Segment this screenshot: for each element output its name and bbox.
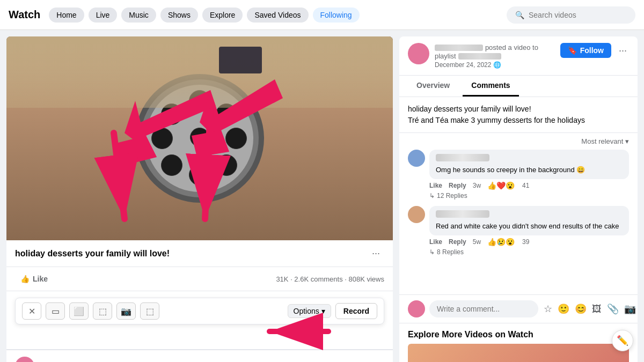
comment-input[interactable] [429,300,538,317]
toolbar-record-selection-button[interactable]: ⬚ [140,302,159,320]
post-header-info: posted a video to playlist December 24, … [435,43,555,69]
record-arrow [6,329,393,345]
nav-shows[interactable]: Shows [160,8,198,23]
nav-saved-videos[interactable]: Saved Videos [247,8,308,23]
search-input[interactable] [529,11,627,19]
tab-overview[interactable]: Overview [408,76,458,97]
video-container: ▶ 0:16 / 16:24 ⚙ CC ⛶ ⧉ 🔊 [6,36,393,240]
post-section: Follow ··· [6,350,393,362]
comment-1-count: 41 [522,182,529,189]
post-avatar [15,357,34,362]
tab-comments[interactable]: Comments [463,76,518,97]
camera-icon: 📷 [121,306,131,316]
video-placeholder [6,36,393,240]
star-icon-button[interactable]: ☆ [543,302,553,316]
post-header: posted a video to playlist December 24, … [399,36,638,76]
post-date: December 24, 2022 🌐 [435,61,555,69]
nav-live[interactable]: Live [89,8,118,23]
comment-2: Red and white cake you didn't show end r… [408,206,629,256]
toolbar-selection-button[interactable]: ⬚ [93,302,112,320]
search-icon: 🔍 [515,11,524,19]
video-info-bar: holiday desserts your family will love! … [6,240,393,267]
post-author-name: posted a video to playlist [435,43,555,60]
like-icon: 👍 [20,275,30,283]
comment-2-avatar [408,206,425,223]
edit-button[interactable]: ✏️ [612,330,633,351]
screenshot-toolbar-wrapper: ✕ ▭ ⬜ ⬚ 📷 ⬚ Options ▾ [6,291,393,350]
comment-2-content: Red and white cake you didn't show end r… [429,206,629,256]
video-stats: 31K · 2.6K comments · 808K views [276,275,384,283]
reply-icon-2: ↳ [429,248,435,256]
author-name-blurred [435,45,483,51]
explore-thumbnail[interactable] [408,344,629,362]
comment-icons: ☆ 🙂 😊 🖼 📎 📷 [543,302,637,316]
emoji-icon-button[interactable]: 😊 [574,302,588,316]
window-icon: ▭ [52,306,60,316]
comment-1: Omg he sounds so creepy in the backgroun… [408,150,629,200]
comment-2-like[interactable]: Like [429,238,442,246]
nav-music[interactable]: Music [121,8,156,23]
toolbar-window-button[interactable]: ▭ [46,302,65,320]
options-dropdown[interactable]: Options ▾ [288,304,331,318]
write-comment-bar: ☆ 🙂 😊 🖼 📎 📷 [399,294,638,323]
nav-explore[interactable]: Explore [202,8,243,23]
comment-1-like[interactable]: Like [429,182,442,189]
record-button[interactable]: Record [335,303,377,319]
nav-following[interactable]: Following [313,8,360,23]
playlist-name-blurred [458,53,501,60]
comment-1-actions: Like Reply 3w 👍❤️😮 41 [429,181,629,190]
record-selection-icon: ⬚ [146,306,154,316]
comment-2-reply[interactable]: Reply [449,238,466,246]
selection-icon: ⬚ [99,306,107,316]
like-button[interactable]: 👍 Like [15,271,53,286]
watch-title: Watch [9,9,40,21]
gif-icon-button[interactable]: 🖼 [591,302,603,316]
toolbar-screen-button[interactable]: ⬜ [69,302,89,320]
comment-1-reply[interactable]: Reply [449,182,466,189]
edit-icon: ✏️ [617,335,628,346]
video-more-button[interactable]: ··· [368,246,384,261]
comments-section: Most relevant ▾ Omg he sounds so creepy … [399,133,638,294]
top-nav: Watch Home Live Music Shows Explore Save… [0,0,644,30]
sticker-icon-button[interactable]: 🙂 [557,302,570,316]
comment-1-reactions: 👍❤️😮 [487,181,515,190]
explore-more-section: Explore More Videos on Watch [399,323,638,362]
comment-1-content: Omg he sounds so creepy in the backgroun… [429,150,629,200]
panel-description: holiday desserts your family will love! … [399,97,638,133]
screenshot-toolbar: ✕ ▭ ⬜ ⬚ 📷 ⬚ Options ▾ [15,298,384,324]
privacy-icon: 🌐 [493,61,501,69]
video-title: holiday desserts your family will love! [15,249,170,258]
header-more-button[interactable]: ··· [617,43,629,58]
main-layout: ▶ 0:16 / 16:24 ⚙ CC ⛶ ⧉ 🔊 holiday desser… [0,30,644,362]
follow-button[interactable]: 🔖 Follow [560,43,611,58]
sort-button[interactable]: Most relevant ▾ [581,137,629,145]
comment-2-count: 39 [522,238,529,246]
comment-2-replies-button[interactable]: ↳ 8 Replies [429,248,464,256]
comment-2-actions: Like Reply 5w 👍😢😮 39 [429,238,629,246]
desc-line-2: Tré and Téa make 3 yummy desserts for th… [408,115,629,126]
comment-1-name-blurred [436,154,489,161]
video-section: ▶ 0:16 / 16:24 ⚙ CC ⛶ ⧉ 🔊 holiday desser… [6,36,393,362]
reply-icon: ↳ [429,192,435,200]
attachment-icon-button[interactable]: 📎 [606,302,620,316]
camera2-icon-button[interactable]: 📷 [623,302,637,316]
comment-2-bubble: Red and white cake you didn't show end r… [429,206,629,235]
toolbar-camera-button[interactable]: 📷 [116,302,136,320]
bookmark-icon: 🔖 [568,46,577,55]
nav-home[interactable]: Home [49,8,84,23]
chevron-down-icon: ▾ [321,307,325,315]
panel-tabs: Overview Comments [399,76,638,97]
screen-icon: ⬜ [74,306,84,316]
comment-2-name-blurred [436,210,489,218]
comment-1-text: Omg he sounds so creepy in the backgroun… [436,165,623,175]
comment-2-reactions: 👍😢😮 [487,238,515,246]
right-panel: posted a video to playlist December 24, … [399,36,638,362]
toolbar-close-button[interactable]: ✕ [22,302,41,320]
comment-1-time: 3w [473,182,481,189]
write-avatar [408,300,425,317]
explore-more-title: Explore More Videos on Watch [408,330,629,339]
desc-line-1: holiday desserts your family will love! [408,104,629,115]
comment-1-replies-button[interactable]: ↳ 12 Replies [429,192,467,200]
comments-header: Most relevant ▾ [408,137,629,145]
comment-1-avatar [408,150,425,167]
